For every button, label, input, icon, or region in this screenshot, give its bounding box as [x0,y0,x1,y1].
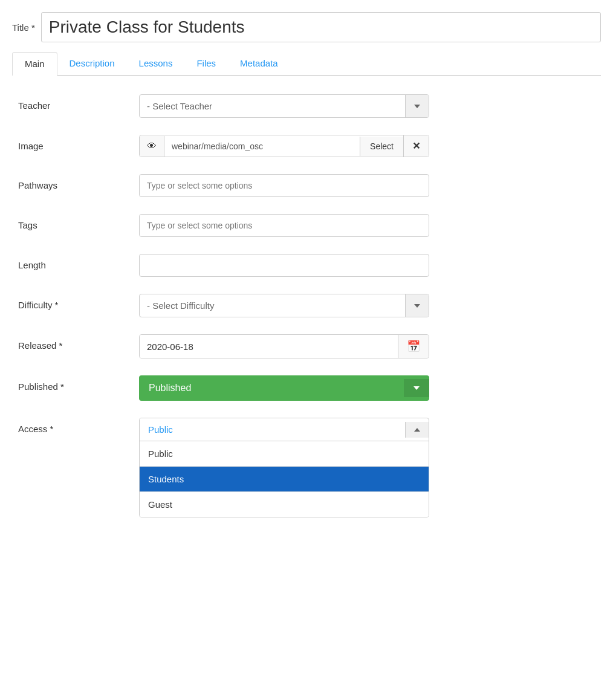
difficulty-label: Difficulty * [18,294,139,310]
tags-label: Tags [18,214,139,230]
released-label: Released * [18,334,139,351]
access-label: Access * [18,418,139,434]
eye-icon: 👁 [147,141,157,152]
image-field: 👁 webinar/media/com_osc Select ✕ [139,135,429,157]
arrow-down-white-icon [414,386,420,390]
form-section: Teacher - Select Teacher Image 👁 [12,94,601,517]
difficulty-control: - Select Difficulty [139,294,429,317]
access-dropdown-container: Public Public Students Guest [139,418,429,517]
published-dropdown-arrow[interactable] [404,379,429,397]
tab-description[interactable]: Description [57,52,127,76]
arrow-down-icon [414,304,420,308]
teacher-row: Teacher - Select Teacher [18,94,595,118]
tabs: Main Description Lessons Files Metadata [12,52,601,76]
difficulty-select[interactable]: - Select Difficulty [140,294,405,317]
title-label: Title * [12,22,35,33]
released-date-input[interactable] [140,335,398,358]
released-row: Released * 📅 [18,334,595,358]
difficulty-dropdown[interactable]: - Select Difficulty [139,294,429,317]
image-path: webinar/media/com_osc [164,137,360,156]
tab-files[interactable]: Files [184,52,228,76]
pathways-row: Pathways [18,174,595,197]
access-dropdown-header[interactable]: Public [140,418,429,441]
published-control: Published [139,375,429,401]
tags-control [139,214,429,237]
released-control: 📅 [139,334,429,358]
released-date-field: 📅 [139,334,429,358]
access-control: Public Public Students Guest [139,418,429,517]
published-value: Published [139,375,404,401]
pathways-control [139,174,429,197]
length-input[interactable] [139,254,429,277]
access-selected-value: Public [140,418,405,441]
tags-row: Tags [18,214,595,237]
teacher-dropdown[interactable]: - Select Teacher [139,94,429,118]
teacher-control: - Select Teacher [139,94,429,118]
image-clear-button[interactable]: ✕ [403,135,429,157]
page-container: Title * Main Description Lessons Files M… [0,0,613,700]
teacher-label: Teacher [18,94,139,111]
access-row: Access * Public Public Students [18,418,595,517]
teacher-dropdown-arrow[interactable] [405,95,429,117]
calendar-button[interactable]: 📅 [398,335,429,358]
tab-lessons[interactable]: Lessons [127,52,185,76]
access-option-students[interactable]: Students [140,467,429,492]
image-control: 👁 webinar/media/com_osc Select ✕ [139,135,429,157]
access-dropdown-arrow-button[interactable] [405,422,429,438]
arrow-down-icon [414,105,420,108]
access-option-public[interactable]: Public [140,441,429,467]
published-dropdown[interactable]: Published [139,375,429,401]
arrow-up-icon [414,428,420,432]
image-label: Image [18,135,139,151]
difficulty-row: Difficulty * - Select Difficulty [18,294,595,317]
access-option-guest[interactable]: Guest [140,492,429,517]
pathways-input[interactable] [139,174,429,197]
length-control [139,254,429,277]
title-input[interactable] [41,12,601,42]
image-row: Image 👁 webinar/media/com_osc Select ✕ [18,135,595,157]
calendar-icon: 📅 [407,340,420,353]
difficulty-dropdown-arrow[interactable] [405,294,429,317]
image-select-button[interactable]: Select [360,137,403,156]
tab-main[interactable]: Main [12,52,57,76]
published-row: Published * Published [18,375,595,401]
published-label: Published * [18,375,139,392]
title-row: Title * [12,12,601,42]
teacher-select[interactable]: - Select Teacher [140,95,405,117]
length-label: Length [18,254,139,270]
length-row: Length [18,254,595,277]
tags-input[interactable] [139,214,429,237]
image-preview-button[interactable]: 👁 [140,136,164,157]
pathways-label: Pathways [18,174,139,190]
tab-metadata[interactable]: Metadata [228,52,290,76]
